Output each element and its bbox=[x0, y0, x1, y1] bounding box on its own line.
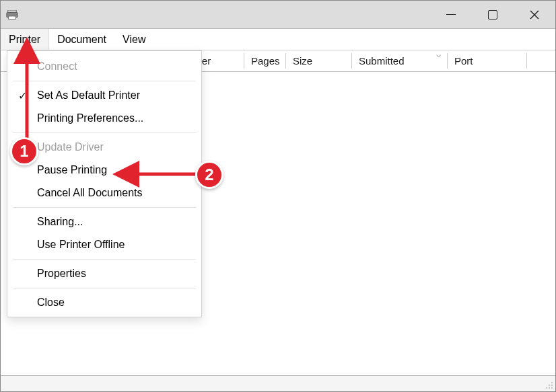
titlebar-left bbox=[6, 10, 18, 19]
sort-caret-icon: ⌵ bbox=[436, 50, 441, 59]
menu-item-cancel-all[interactable]: Cancel All Documents bbox=[7, 182, 201, 204]
printer-menu-dropdown: Connect ✓ Set As Default Printer Printin… bbox=[7, 50, 202, 317]
menubar: Printer Document View bbox=[1, 29, 555, 50]
menu-printer[interactable]: Printer bbox=[1, 29, 49, 50]
svg-point-6 bbox=[549, 385, 550, 386]
menu-separator bbox=[13, 288, 196, 288]
col-port[interactable]: Port bbox=[448, 50, 527, 71]
minimize-button[interactable] bbox=[430, 1, 472, 29]
printer-icon bbox=[6, 10, 18, 19]
menu-item-connect: Connect bbox=[7, 55, 201, 78]
col-pages[interactable]: Pages bbox=[244, 50, 286, 71]
svg-rect-0 bbox=[8, 10, 17, 13]
window-controls bbox=[430, 1, 555, 29]
col-size[interactable]: Size bbox=[286, 50, 352, 71]
menu-item-pause-printing[interactable]: Pause Printing bbox=[7, 159, 201, 182]
menu-view[interactable]: View bbox=[114, 29, 153, 50]
svg-point-5 bbox=[551, 382, 553, 383]
menu-document[interactable]: Document bbox=[49, 29, 114, 50]
menu-item-sharing[interactable]: Sharing... bbox=[7, 210, 201, 233]
menu-item-properties[interactable]: Properties bbox=[7, 262, 201, 285]
resize-grip-icon[interactable] bbox=[544, 380, 553, 389]
titlebar bbox=[1, 1, 555, 29]
svg-point-9 bbox=[549, 387, 550, 389]
menu-separator bbox=[13, 207, 196, 208]
menu-item-printing-prefs[interactable]: Printing Preferences... bbox=[7, 107, 201, 130]
menu-separator bbox=[13, 132, 196, 133]
statusbar bbox=[1, 375, 555, 391]
col-spacer bbox=[527, 50, 555, 71]
menu-separator bbox=[13, 81, 196, 81]
menu-item-close[interactable]: Close bbox=[7, 291, 201, 314]
check-icon: ✓ bbox=[18, 89, 27, 102]
col-submitted-label: Submitted bbox=[359, 55, 405, 67]
svg-point-7 bbox=[551, 385, 553, 386]
close-window-button[interactable] bbox=[514, 1, 555, 29]
svg-point-8 bbox=[546, 387, 547, 389]
svg-point-10 bbox=[551, 387, 553, 389]
menu-item-label: Set As Default Printer bbox=[37, 89, 140, 102]
menu-separator bbox=[13, 259, 196, 260]
menu-item-set-default[interactable]: ✓ Set As Default Printer bbox=[7, 84, 201, 107]
svg-rect-2 bbox=[9, 15, 16, 18]
maximize-button[interactable] bbox=[472, 1, 514, 29]
col-submitted[interactable]: Submitted ⌵ bbox=[352, 50, 448, 71]
menu-item-update-driver: Update Driver bbox=[7, 136, 201, 159]
menu-item-use-offline[interactable]: Use Printer Offline bbox=[7, 233, 201, 256]
